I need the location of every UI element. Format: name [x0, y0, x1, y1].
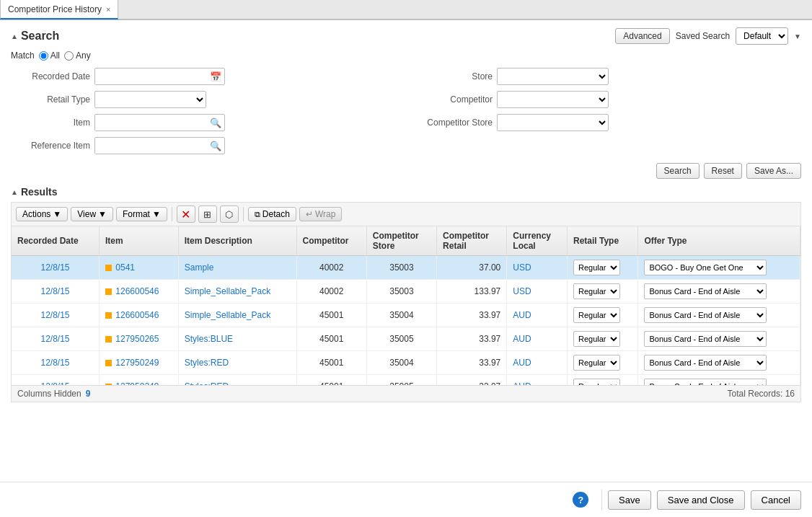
reference-item-input[interactable]: [95, 138, 207, 154]
cancel-button[interactable]: Cancel: [751, 490, 801, 510]
offer-type-cell-select[interactable]: Bonus Card - End of Aisle: [644, 283, 767, 299]
col-item-description[interactable]: Item Description: [178, 226, 296, 256]
cell-item-description: Styles:RED: [178, 375, 296, 386]
item-link[interactable]: 126600546: [115, 286, 159, 296]
item-desc-link[interactable]: Simple_Sellable_Pack: [185, 286, 270, 296]
detach-icon: ⧉: [255, 210, 260, 219]
cell-competitor-retail: 33.97: [437, 375, 507, 386]
item-desc-link[interactable]: Styles:RED: [185, 381, 229, 385]
item-link[interactable]: 127950265: [115, 334, 159, 344]
item-link[interactable]: 127950249: [115, 358, 159, 368]
col-item[interactable]: Item: [100, 226, 179, 256]
save-as-button[interactable]: Save As...: [746, 163, 801, 179]
competitor-row: Competitor: [413, 91, 801, 108]
results-table-container: Recorded Date Item Item Description Comp…: [11, 226, 801, 386]
retail-type-select[interactable]: [94, 91, 206, 108]
wrap-button[interactable]: ↵ Wrap: [299, 207, 342, 221]
cell-currency-local: AUD: [507, 304, 568, 327]
retail-type-cell-select[interactable]: Regular: [573, 307, 620, 323]
save-button[interactable]: Save: [608, 490, 651, 510]
saved-search-dropdown-icon[interactable]: ▼: [794, 32, 801, 40]
item-search-icon[interactable]: 🔍: [207, 116, 224, 130]
results-collapse-icon[interactable]: ▲: [11, 188, 18, 196]
retail-type-cell-select[interactable]: Regular: [573, 283, 620, 299]
bottom-bar: ? Save Save and Close Cancel: [0, 482, 812, 517]
search-controls: Advanced Saved Search Default ▼: [615, 27, 801, 45]
save-and-close-button[interactable]: Save and Close: [657, 490, 745, 510]
competitor-select[interactable]: [497, 91, 609, 108]
retail-type-cell-select[interactable]: Regular: [573, 260, 620, 275]
table-row[interactable]: 12/8/15 127950265 Styles:BLUE 45001 3500…: [12, 327, 800, 351]
toolbar-separator-1: [172, 207, 172, 221]
offer-type-cell-select[interactable]: Bonus Card - End of Aisle: [644, 331, 767, 347]
offer-type-cell-select[interactable]: Bonus Card - End of Aisle: [644, 355, 767, 371]
match-all-radio[interactable]: [39, 51, 48, 61]
table-row[interactable]: 12/8/15 126600546 Simple_Sellable_Pack 4…: [12, 304, 800, 327]
match-any-label[interactable]: Any: [64, 50, 91, 61]
help-icon[interactable]: ?: [573, 492, 588, 508]
export-icon-btn[interactable]: ⬡: [220, 206, 239, 223]
cell-offer-type: Bonus Card - End of Aisle: [638, 327, 800, 351]
delete-icon-btn[interactable]: ✕: [177, 206, 195, 223]
offer-type-cell-select[interactable]: Bonus Card - End of Aisle: [644, 379, 767, 385]
col-offer-type[interactable]: Offer Type: [638, 226, 800, 256]
saved-search-select[interactable]: Default: [736, 27, 788, 45]
view-button[interactable]: View ▼: [71, 207, 113, 221]
item-link[interactable]: 0541: [115, 262, 135, 273]
total-records-label: Total Records:: [728, 389, 783, 399]
reset-button[interactable]: Reset: [704, 163, 742, 179]
results-title-text: Results: [21, 186, 58, 198]
tab-close-icon[interactable]: ×: [106, 5, 110, 14]
col-competitor-store[interactable]: CompetitorStore: [366, 226, 436, 256]
cell-currency-local: USD: [507, 280, 568, 304]
table-row[interactable]: 12/8/15 0541 Sample 40002 35003 37.00 US…: [12, 256, 800, 280]
item-link[interactable]: 127950249: [115, 381, 159, 385]
item-desc-link[interactable]: Styles:BLUE: [185, 334, 233, 344]
grid-icon-btn[interactable]: ⊞: [198, 206, 217, 223]
search-collapse-icon[interactable]: ▲: [11, 32, 18, 40]
search-button[interactable]: Search: [656, 163, 700, 179]
cell-recorded-date: 12/8/15: [12, 351, 100, 375]
retail-type-label: Retail Type: [11, 94, 90, 105]
col-retail-type[interactable]: Retail Type: [567, 226, 637, 256]
retail-type-cell-select[interactable]: Regular: [573, 379, 620, 385]
recorded-date-input[interactable]: [95, 69, 207, 84]
cell-item: 127950249: [100, 375, 179, 386]
format-button[interactable]: Format ▼: [116, 207, 167, 221]
offer-type-cell-select[interactable]: BOGO - Buy One Get One: [644, 260, 767, 275]
item-link[interactable]: 126600546: [115, 310, 159, 320]
cell-competitor: 40002: [296, 280, 366, 304]
offer-type-cell-select[interactable]: Bonus Card - End of Aisle: [644, 307, 767, 323]
reference-item-search-icon[interactable]: 🔍: [207, 139, 224, 153]
table-scroll[interactable]: Recorded Date Item Item Description Comp…: [12, 226, 800, 385]
table-row[interactable]: 12/8/15 127950249 Styles:RED 45001 35005…: [12, 375, 800, 386]
col-competitor-retail[interactable]: CompetitorRetail: [437, 226, 507, 256]
item-input[interactable]: [95, 115, 207, 131]
cell-item: 126600546: [100, 304, 179, 327]
advanced-button[interactable]: Advanced: [615, 28, 669, 44]
recorded-date-input-wrapper: 📅: [94, 68, 225, 85]
retail-type-cell-select[interactable]: Regular: [573, 355, 620, 371]
retail-type-cell-select[interactable]: Regular: [573, 331, 620, 347]
cell-competitor-retail: 33.97: [437, 351, 507, 375]
table-row[interactable]: 12/8/15 126600546 Simple_Sellable_Pack 4…: [12, 280, 800, 304]
match-all-label[interactable]: All: [39, 50, 60, 61]
match-any-radio[interactable]: [64, 51, 74, 61]
item-desc-link[interactable]: Styles:RED: [185, 358, 229, 368]
item-desc-link[interactable]: Sample: [185, 262, 214, 273]
actions-button[interactable]: Actions ▼: [16, 207, 68, 221]
col-currency-local[interactable]: CurrencyLocal: [507, 226, 568, 256]
competitor-store-select[interactable]: [497, 114, 609, 131]
item-desc-link[interactable]: Simple_Sellable_Pack: [185, 310, 270, 320]
total-records-section: Total Records: 16: [728, 389, 795, 399]
store-select[interactable]: [497, 68, 609, 85]
calendar-icon[interactable]: 📅: [207, 70, 224, 84]
table-row[interactable]: 12/8/15 127950249 Styles:RED 45001 35004…: [12, 351, 800, 375]
recorded-date-label: Recorded Date: [11, 71, 90, 81]
competitor-price-history-tab[interactable]: Competitor Price History ×: [0, 0, 118, 19]
cell-competitor-store: 35004: [366, 351, 436, 375]
detach-button[interactable]: ⧉ Detach: [248, 207, 296, 221]
table-footer: Columns Hidden 9 Total Records: 16: [11, 386, 801, 402]
col-competitor[interactable]: Competitor: [296, 226, 366, 256]
col-recorded-date[interactable]: Recorded Date: [12, 226, 100, 256]
